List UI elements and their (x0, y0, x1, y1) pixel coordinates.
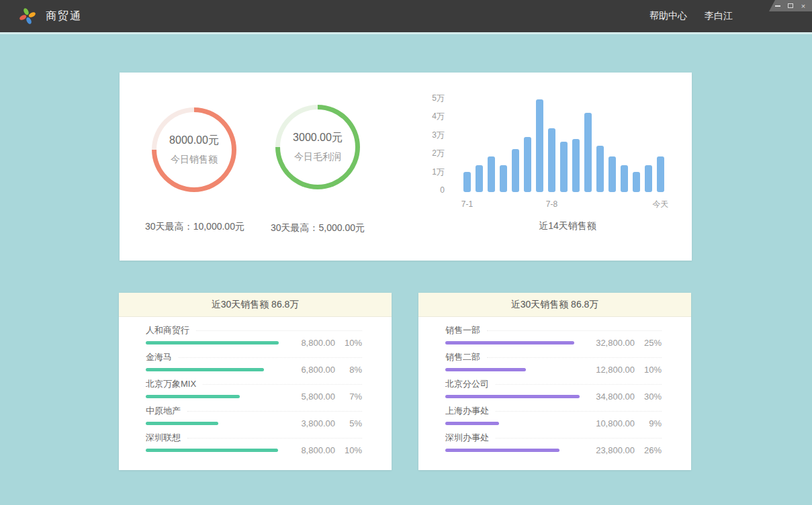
close-button[interactable]: × (800, 3, 807, 9)
y-tick-label: 1万 (402, 167, 445, 177)
rank-bar (146, 395, 240, 398)
rank-amount: 34,800.00 (586, 392, 635, 402)
maximize-icon (788, 3, 793, 8)
rank-row: 上海办事处10,800.009% (445, 404, 662, 428)
rank-row: 金海马6,800.008% (146, 351, 362, 375)
gauge-label: 今日销售额 (171, 154, 218, 166)
rank-row: 北京分公司34,800.0030% (445, 377, 662, 402)
chart-bar (463, 172, 471, 192)
rank-amount: 5,800.00 (287, 392, 335, 402)
rank-bar (146, 341, 279, 345)
rank-name: 深圳联想 (146, 432, 181, 444)
rank-bar (445, 395, 580, 398)
gauge-footnote: 30天最高：5,000.00元 (237, 222, 398, 234)
rank-bar (146, 368, 264, 371)
chart-bar (645, 165, 652, 192)
app-logo-pinwheel-icon (19, 7, 36, 25)
customer-rank-list: 人和商贸行8,800.0010%金海马6,800.008%北京万象MIX5,80… (119, 317, 392, 455)
rank-name: 上海办事处 (445, 405, 489, 417)
rank-bar (445, 341, 574, 345)
today-profit-gauge: 3000.00元 今日毛利润 (275, 105, 360, 189)
rank-bar (445, 368, 526, 371)
dotted-leader (496, 438, 662, 439)
dotted-leader (487, 357, 662, 358)
rank-amount: 8,800.00 (287, 338, 335, 348)
titlebar: 商贸通 帮助中心 李白江 (0, 0, 812, 32)
rank-percent: 8% (335, 365, 362, 375)
sales-bar-chart: 5万4万3万2万1万0 7-17-8今天 (402, 93, 677, 224)
overview-card: 8000.00元 今日销售额 30天最高：10,000.00元 3000.00元… (120, 73, 692, 261)
bar-chart-bars (463, 99, 665, 192)
gauge-value: 3000.00元 (293, 131, 343, 145)
rank-bar (445, 422, 499, 425)
rank-amount: 8,800.00 (287, 445, 335, 455)
y-tick-label: 3万 (402, 130, 445, 140)
gauge-label: 今日毛利润 (294, 151, 341, 163)
department-rank-list: 销售一部32,800.0025%销售二部12,800.0010%北京分公司34,… (418, 317, 691, 455)
chart-bar (572, 139, 580, 192)
dotted-leader (179, 357, 362, 358)
rank-name: 人和商贸行 (146, 324, 189, 336)
topbar-highlight-strip (0, 32, 812, 34)
rank-row: 深圳联想8,800.0010% (146, 431, 362, 455)
rank-name: 中原地产 (146, 405, 181, 417)
rank-row: 深圳办事处23,800.0026% (445, 431, 662, 455)
rank-percent: 10% (635, 365, 662, 375)
y-tick-label: 4万 (402, 111, 445, 122)
dotted-leader (187, 411, 362, 412)
chart-bar (584, 113, 592, 192)
rank-row: 人和商贸行8,800.0010% (146, 324, 362, 348)
rank-percent: 9% (635, 418, 662, 428)
rank-percent: 10% (335, 338, 362, 348)
chart-bar (476, 165, 483, 192)
x-tick-label: 7-8 (546, 199, 557, 210)
dotted-leader (487, 330, 662, 331)
rank-name: 北京分公司 (445, 378, 489, 390)
screen: 商贸通 帮助中心 李白江 × 8000.00元 今日销售额 30天最高：10,0… (0, 0, 812, 505)
rank-name: 销售二部 (445, 351, 480, 363)
dotted-leader (496, 384, 662, 385)
minimize-button[interactable] (774, 3, 781, 9)
chart-bar (560, 142, 568, 192)
rank-name: 销售一部 (445, 324, 480, 336)
y-tick-label: 0 (402, 185, 445, 195)
rank-row: 北京万象MIX5,800.007% (146, 377, 362, 402)
chart-bar (608, 156, 616, 192)
x-tick-label: 7-1 (461, 199, 473, 210)
rank-name: 深圳办事处 (445, 432, 489, 444)
customer-rank-card: 近30天销售额 86.8万 人和商贸行8,800.0010%金海马6,800.0… (119, 293, 392, 470)
department-rank-card: 近30天销售额 86.8万 销售一部32,800.0025%销售二部12,800… (418, 293, 691, 470)
chart-bar (657, 156, 664, 192)
rank-percent: 10% (335, 445, 362, 455)
chart-bar (536, 99, 543, 192)
y-tick-label: 5万 (402, 93, 445, 103)
rank-amount: 12,800.00 (586, 365, 635, 375)
rank-name: 金海马 (146, 351, 172, 363)
close-icon: × (801, 3, 805, 9)
rank-name: 北京万象MIX (146, 378, 196, 390)
rank-amount: 10,800.00 (586, 418, 635, 428)
user-menu[interactable]: 李白江 (705, 10, 733, 22)
maximize-button[interactable] (787, 3, 794, 9)
rank-bar (146, 422, 218, 425)
y-tick-label: 2万 (402, 148, 445, 158)
dotted-leader (187, 438, 362, 439)
rank-bar (146, 449, 278, 452)
gauge-value: 8000.00元 (169, 134, 219, 148)
chart-bar (548, 128, 555, 192)
rank-row: 销售一部32,800.0025% (445, 324, 662, 348)
rank-percent: 26% (635, 445, 662, 455)
dotted-leader (196, 330, 362, 331)
rank-percent: 7% (335, 392, 362, 402)
rank-row: 销售二部12,800.0010% (445, 351, 662, 375)
rank-row: 中原地产3,800.005% (146, 404, 362, 428)
bar-chart-caption: 近14天销售额 (487, 220, 648, 232)
dotted-leader (203, 384, 362, 385)
department-rank-title: 近30天销售额 86.8万 (418, 293, 691, 317)
chart-bar (500, 165, 507, 192)
chart-bar (596, 146, 604, 192)
customer-rank-title: 近30天销售额 86.8万 (119, 293, 392, 317)
help-center-link[interactable]: 帮助中心 (649, 10, 687, 22)
rank-amount: 32,800.00 (586, 338, 635, 348)
x-tick-label: 今天 (653, 199, 669, 210)
